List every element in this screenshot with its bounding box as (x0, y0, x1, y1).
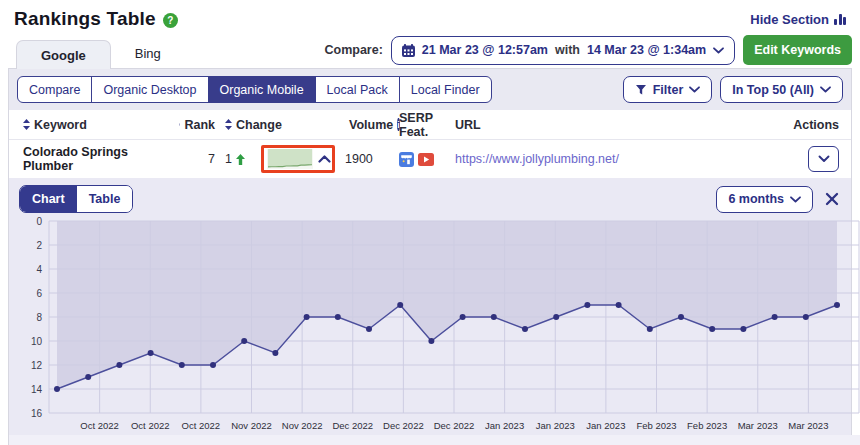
svg-text:Feb 2023: Feb 2023 (636, 420, 676, 431)
engine-tab-bar: Google Bing Compare: 21 Mar 23 @ 12:57am… (8, 36, 852, 68)
segment-local-finder[interactable]: Local Finder (399, 76, 492, 103)
svg-text:Mar 2023: Mar 2023 (788, 420, 828, 431)
sparkline-chart (267, 149, 313, 169)
top-scope-dropdown-button[interactable]: In Top 50 (All) (720, 76, 843, 103)
chart-table-toggle: Chart Table (19, 185, 133, 213)
chevron-down-icon (818, 155, 830, 163)
segment-local-pack[interactable]: Local Pack (315, 76, 400, 103)
filter-button-label: Filter (653, 83, 684, 97)
range-label: 6 months (728, 192, 784, 206)
range-dropdown-button[interactable]: 6 months (716, 186, 813, 213)
header-actions-label: Actions (793, 118, 839, 132)
svg-text:Oct 2022: Oct 2022 (131, 420, 170, 431)
segment-organic-desktop[interactable]: Organic Desktop (91, 76, 208, 103)
svg-text:0: 0 (36, 216, 42, 227)
segment-organic-mobile[interactable]: Organic Mobile (208, 76, 316, 103)
arrow-up-icon (236, 154, 245, 165)
header-rank-label: Rank (184, 118, 215, 132)
close-chart-button[interactable] (823, 190, 841, 208)
svg-text:Dec 2022: Dec 2022 (383, 420, 424, 431)
filter-toolbar: Compare Organic Desktop Organic Mobile L… (9, 69, 851, 110)
funnel-icon (635, 84, 647, 96)
segment-compare[interactable]: Compare (17, 76, 92, 103)
sort-icon (179, 119, 180, 130)
help-icon[interactable]: ? (163, 13, 178, 28)
svg-text:Feb 2023: Feb 2023 (687, 420, 727, 431)
hide-section-label: Hide Section (750, 12, 829, 27)
header-volume[interactable]: Volume i (341, 118, 399, 132)
video-icon (418, 153, 434, 166)
svg-text:Oct 2022: Oct 2022 (182, 420, 221, 431)
tab-bing[interactable]: Bing (111, 39, 185, 68)
tab-bing-label: Bing (135, 46, 161, 61)
tab-google[interactable]: Google (16, 40, 111, 69)
svg-text:Dec 2022: Dec 2022 (434, 420, 475, 431)
business-profile-icon (399, 152, 414, 167)
toggle-table-view[interactable]: Table (77, 186, 133, 212)
header-keyword[interactable]: Keyword (9, 118, 179, 132)
header-change[interactable]: Change (215, 118, 341, 132)
collapse-row-chevron[interactable] (318, 155, 331, 163)
close-icon (825, 192, 839, 206)
header-serp-label: SERP Feat. (399, 111, 455, 139)
hide-section-link[interactable]: Hide Section (750, 12, 846, 27)
svg-text:4: 4 (36, 264, 42, 275)
change-value: 1 (225, 152, 232, 166)
header-actions: Actions (791, 118, 851, 132)
annotation-highlight (261, 145, 335, 173)
table-row: Colorado Springs Plumber 7 1 (9, 140, 851, 178)
keyword-name: Colorado Springs Plumber (23, 145, 128, 173)
header-rank[interactable]: Rank (179, 118, 215, 132)
rank-chart-section: Chart Table 6 months 024681012141 (9, 178, 851, 445)
svg-text:Jan 2023: Jan 2023 (485, 420, 524, 431)
toggle-chart-view[interactable]: Chart (20, 186, 77, 212)
header-volume-label: Volume (349, 118, 393, 132)
svg-text:Nov 2022: Nov 2022 (231, 420, 272, 431)
svg-text:12: 12 (31, 360, 43, 371)
chevron-down-icon (713, 47, 724, 54)
header-url: URL (455, 118, 791, 132)
rank-type-segments: Compare Organic Desktop Organic Mobile L… (17, 76, 492, 103)
svg-text:Oct 2022: Oct 2022 (80, 420, 119, 431)
svg-text:Mar 2023: Mar 2023 (738, 420, 778, 431)
svg-text:Nov 2022: Nov 2022 (282, 420, 323, 431)
svg-text:8: 8 (36, 312, 42, 323)
chevron-down-icon (689, 86, 700, 93)
compare-date-from: 21 Mar 23 @ 12:57am (422, 43, 548, 57)
header-keyword-label: Keyword (34, 118, 87, 132)
row-actions-button[interactable] (808, 146, 839, 172)
svg-text:Jan 2023: Jan 2023 (536, 420, 575, 431)
chevron-up-icon (318, 155, 331, 163)
edit-keywords-button[interactable]: Edit Keywords (743, 35, 852, 65)
rank-value: 7 (208, 152, 215, 166)
calendar-icon (402, 44, 415, 57)
rank-history-chart[interactable]: 0246810121416Oct 2022Oct 2022Oct 2022Nov… (9, 213, 860, 445)
filter-dropdown-button[interactable]: Filter (623, 76, 713, 103)
svg-text:Jan 2023: Jan 2023 (586, 420, 625, 431)
header-url-label: URL (455, 118, 481, 132)
page-header: Rankings Table ? Hide Section (0, 0, 860, 32)
compare-date-range-picker[interactable]: 21 Mar 23 @ 12:57am with 14 Mar 23 @ 1:3… (391, 36, 735, 65)
header-serp-feat: SERP Feat. (399, 111, 455, 139)
sort-icon (225, 119, 232, 130)
compare-conjunction: with (555, 43, 580, 57)
volume-value: 1900 (345, 152, 373, 166)
keyword-url-link[interactable]: https://www.jollyplumbing.net/ (455, 152, 619, 166)
svg-text:2: 2 (36, 240, 42, 251)
compare-label: Compare: (324, 43, 382, 57)
svg-text:14: 14 (31, 384, 43, 395)
rankings-table-panel: Compare Organic Desktop Organic Mobile L… (8, 68, 852, 445)
table-header-row: Keyword Rank Change Volume i SERP Feat. … (9, 110, 851, 140)
page-title: Rankings Table (14, 8, 156, 30)
svg-text:10: 10 (31, 336, 43, 347)
svg-text:16: 16 (31, 408, 43, 419)
chevron-down-icon (820, 86, 831, 93)
sort-icon (23, 119, 30, 130)
scope-button-label: In Top 50 (All) (732, 83, 814, 97)
svg-text:6: 6 (36, 288, 42, 299)
bar-chart-icon (834, 13, 846, 25)
chevron-down-icon (790, 196, 801, 203)
tab-google-label: Google (41, 48, 86, 63)
compare-date-to: 14 Mar 23 @ 1:34am (587, 43, 706, 57)
rank-history-sparkline[interactable] (267, 149, 313, 169)
